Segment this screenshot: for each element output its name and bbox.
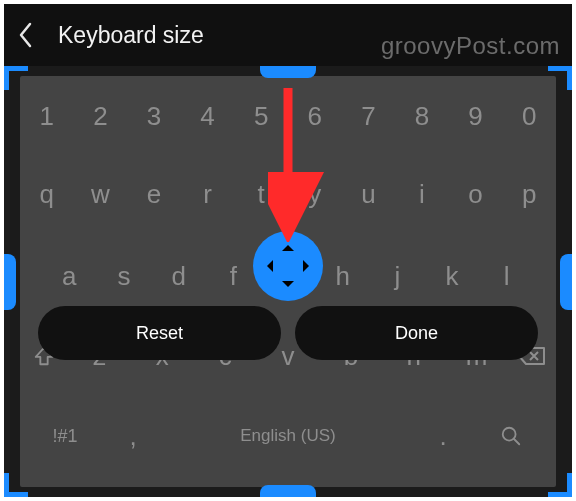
key-j[interactable]: j [370,261,425,292]
app-header: Keyboard size groovyPost.com [4,4,572,66]
key-7[interactable]: 7 [342,101,396,132]
key-1[interactable]: 1 [20,101,74,132]
key-k[interactable]: k [425,261,480,292]
resize-handle-bottom[interactable] [260,485,316,497]
key-t[interactable]: t [234,179,288,210]
key-e[interactable]: e [127,179,181,210]
language-label: English (US) [240,426,335,445]
spacebar-key[interactable]: English (US) [173,426,403,446]
triangle-right-icon [303,260,315,272]
symbols-key[interactable]: !#1 [37,426,93,447]
key-row-qwerty: q w e r t y u i o p [20,170,556,218]
keyboard-resize-area: 1 2 3 4 5 6 7 8 9 0 q w e r t y u i o [4,66,572,497]
key-h[interactable]: h [315,261,370,292]
key-q[interactable]: q [20,179,74,210]
key-y[interactable]: y [288,179,342,210]
done-button-label: Done [395,323,438,344]
comma-key[interactable]: , [110,421,156,452]
resize-handle-left[interactable] [4,254,16,310]
key-a[interactable]: a [42,261,97,292]
watermark-text: groovyPost.com [381,32,560,60]
key-row-numbers: 1 2 3 4 5 6 7 8 9 0 [20,92,556,140]
key-8[interactable]: 8 [395,101,449,132]
triangle-left-icon [261,260,273,272]
key-3[interactable]: 3 [127,101,181,132]
key-s[interactable]: s [97,261,152,292]
key-u[interactable]: u [342,179,396,210]
reset-button-label: Reset [136,323,183,344]
key-i[interactable]: i [395,179,449,210]
key-4[interactable]: 4 [181,101,235,132]
resize-handle-top[interactable] [260,66,316,78]
triangle-down-icon [282,281,294,293]
search-key[interactable] [483,414,539,458]
key-5[interactable]: 5 [234,101,288,132]
resize-handle-right[interactable] [560,254,572,310]
key-l[interactable]: l [479,261,534,292]
key-w[interactable]: w [74,179,128,210]
move-keyboard-knob[interactable] [253,231,323,301]
key-r[interactable]: r [181,179,235,210]
done-button[interactable]: Done [295,306,538,360]
key-p[interactable]: p [502,179,556,210]
chevron-left-icon [18,22,34,48]
key-2[interactable]: 2 [74,101,128,132]
svg-line-1 [514,439,520,445]
key-o[interactable]: o [449,179,503,210]
triangle-up-icon [282,239,294,251]
key-row-bottom: !#1 , English (US) . [20,412,556,460]
reset-button[interactable]: Reset [38,306,281,360]
key-0[interactable]: 0 [502,101,556,132]
key-d[interactable]: d [151,261,206,292]
key-9[interactable]: 9 [449,101,503,132]
period-key[interactable]: . [420,421,466,452]
key-6[interactable]: 6 [288,101,342,132]
back-button[interactable] [16,25,36,45]
action-button-bar: Reset Done [38,306,538,360]
page-title: Keyboard size [58,22,204,49]
screenshot-frame: Keyboard size groovyPost.com 1 2 3 4 5 6… [0,0,576,501]
search-icon [500,425,522,447]
